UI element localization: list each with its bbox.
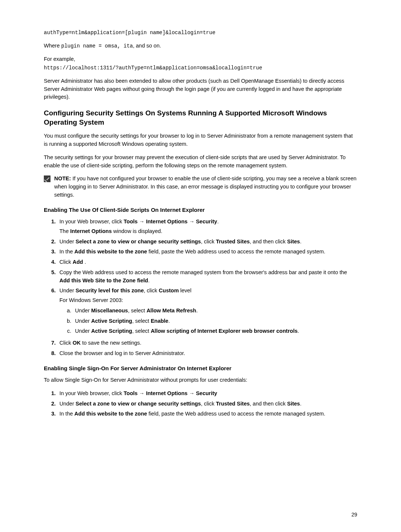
sub-paragraph: For Windows Server 2003: (59, 296, 357, 305)
list-item: In the Add this website to the zone fiel… (57, 410, 357, 418)
ui-term: Allow Meta Refresh (147, 308, 196, 313)
text: → (188, 390, 196, 396)
text: . (168, 318, 170, 324)
list-item: Click OK to save the new settings. (57, 339, 357, 347)
text: In the (59, 249, 74, 254)
list-item: In the Add this website to the zone fiel… (57, 248, 357, 256)
list-item: In your Web browser, click Tools → Inter… (57, 390, 357, 398)
list-item: Under Select a zone to view or change se… (57, 400, 357, 408)
text: Click (59, 340, 72, 346)
paragraph: Where plugin name = omsa, ita, and so on… (44, 42, 357, 50)
list-item: Under Active Scripting, select Allow scr… (73, 327, 357, 335)
paragraph: The security settings for your browser m… (44, 154, 357, 170)
text: , select (132, 328, 151, 334)
text: . (300, 239, 301, 244)
ui-term: Sites (287, 239, 300, 244)
list-item: Close the browser and log in to Server A… (57, 349, 357, 358)
list-item: Under Select a zone to view or change se… (57, 238, 357, 246)
text: In your Web browser, click (59, 390, 124, 396)
ordered-list: In your Web browser, click Tools → Inter… (44, 390, 357, 418)
list-item: Click Add . (57, 258, 357, 266)
text: Under (59, 401, 76, 407)
ui-term: Sites (287, 401, 300, 407)
ui-term: Trusted Sites (216, 239, 250, 244)
ui-term: Allow scripting of Internet Explorer web… (151, 328, 298, 334)
ui-term: Select a zone to view or change security… (76, 239, 201, 244)
text: → (188, 219, 196, 224)
paragraph: You must configure the security settings… (44, 132, 357, 148)
ui-term: Security level for this zone (76, 288, 144, 293)
code-line: https://localhost:1311/?authType=ntlm&ap… (44, 64, 357, 72)
text: window is displayed. (112, 228, 162, 234)
ui-term: OK (72, 340, 81, 346)
note-block: NOTE: If you have not configured your br… (44, 175, 357, 199)
text: level (179, 288, 192, 293)
ui-term: Add this website to the zone (74, 249, 147, 254)
heading-3: Enabling Single Sign-On For Server Admin… (44, 364, 357, 373)
heading-2: Configuring Security Settings On Systems… (44, 109, 357, 127)
text: . (196, 308, 198, 313)
text: . (217, 219, 219, 224)
text: to save the new settings. (81, 340, 141, 346)
ui-term: Tools (124, 219, 138, 224)
paragraph: To allow Single Sign-On for Server Admin… (44, 376, 357, 384)
code-inline: plugin name = omsa, ita (61, 43, 133, 49)
text: Copy the Web address used to access the … (59, 269, 347, 275)
ui-term: Internet Options (146, 390, 188, 396)
text: field, paste the Web address used to acc… (147, 411, 325, 417)
text: , and so on. (133, 43, 161, 49)
text: Where (44, 43, 61, 49)
document-page: authType=ntlm&application=[plugin name]&… (0, 0, 401, 532)
text: , click (144, 288, 159, 293)
text: , click (201, 401, 216, 407)
ui-term: Miscellaneous (91, 308, 128, 313)
text: Under (59, 239, 76, 244)
list-item: Under Miscellaneous, select Allow Meta R… (73, 307, 357, 315)
text: In your Web browser, click (59, 219, 124, 224)
note-label: NOTE: (54, 175, 72, 181)
paragraph: For example, (44, 55, 357, 63)
ui-term: Active Scripting (91, 318, 132, 324)
text: . (148, 278, 150, 283)
text: Under (75, 328, 91, 334)
text: , select (132, 318, 151, 324)
text: , and then click (250, 239, 287, 244)
code-line: authType=ntlm&application=[plugin name]&… (44, 29, 357, 37)
heading-3: Enabling The Use Of Client-Side Scripts … (44, 206, 357, 214)
text: Under (59, 288, 76, 293)
list-item: Copy the Web address used to access the … (57, 269, 357, 285)
ui-term: Add (72, 259, 83, 265)
ui-term: Internet Options (146, 219, 188, 224)
text: The (59, 228, 70, 234)
ui-term: Custom (159, 288, 179, 293)
paragraph: Server Administrator has also been exten… (44, 77, 357, 101)
list-item: Under Security level for this zone, clic… (57, 287, 357, 335)
ordered-list-alpha: Under Miscellaneous, select Allow Meta R… (59, 307, 357, 335)
text: Under (75, 318, 91, 324)
text: . (83, 259, 86, 265)
ui-term: Security (196, 219, 217, 224)
text: , select (128, 308, 147, 313)
ui-term: Add this Web Site to the Zone field (59, 278, 148, 283)
page-number: 29 (351, 511, 357, 519)
note-text: NOTE: If you have not configured your br… (54, 175, 357, 199)
sub-paragraph: The Internet Options window is displayed… (59, 227, 357, 236)
text: Click (59, 259, 72, 265)
ordered-list: In your Web browser, click Tools → Inter… (44, 218, 357, 358)
ui-term: Enable (151, 318, 169, 324)
ui-term: Add this website to the zone (74, 411, 147, 417)
ui-term: Select a zone to view or change security… (76, 401, 201, 407)
ui-term: Active Scripting (91, 328, 132, 334)
text: In the (59, 411, 74, 417)
text: → (138, 219, 146, 224)
text: . (297, 328, 299, 334)
note-icon (44, 175, 50, 182)
text: field, paste the Web address used to acc… (147, 249, 325, 254)
text: Under (75, 308, 91, 313)
text: If you have not configured your browser … (54, 175, 356, 198)
ui-term: Security (196, 390, 217, 396)
ui-term: Trusted Sites (216, 401, 250, 407)
text: → (138, 390, 146, 396)
ui-term: Tools (124, 390, 138, 396)
ui-term: Internet Options (70, 228, 112, 234)
